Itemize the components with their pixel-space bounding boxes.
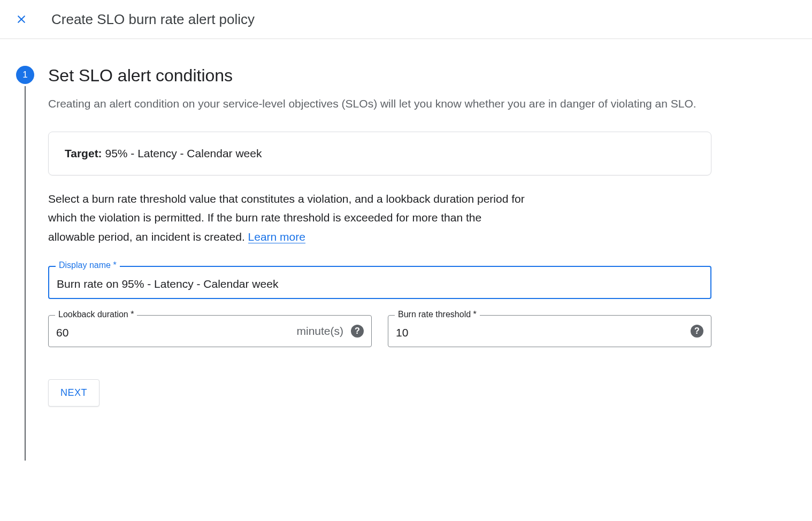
display-name-field-group: Display name * — [48, 266, 711, 299]
display-name-input[interactable] — [49, 267, 710, 298]
threshold-help-icon[interactable]: ? — [691, 325, 703, 338]
page-title: Create SLO burn rate alert policy — [51, 11, 255, 28]
lookback-label: Lookback duration * — [55, 310, 137, 319]
threshold-field-outline: Burn rate threshold * ? — [388, 315, 711, 347]
lookback-help-icon[interactable]: ? — [351, 325, 364, 338]
lookback-input[interactable] — [49, 316, 296, 347]
secondary-fields-row: Lookback duration * minute(s) ? Burn rat… — [48, 315, 711, 363]
display-name-field-outline: Display name * — [48, 266, 711, 299]
step-title: Set SLO alert conditions — [48, 66, 711, 86]
threshold-input[interactable] — [388, 316, 691, 347]
step-connector-line — [25, 86, 26, 461]
close-icon — [16, 14, 27, 25]
threshold-field-group: Burn rate threshold * ? — [388, 315, 711, 347]
step-container: 1 Set SLO alert conditions Creating an a… — [16, 66, 796, 461]
step-body: Set SLO alert conditions Creating an ale… — [48, 66, 711, 461]
content-area: 1 Set SLO alert conditions Creating an a… — [0, 39, 812, 487]
page-header: Create SLO burn rate alert policy — [0, 0, 812, 39]
target-card: Target: 95% - Latency - Calendar week — [48, 132, 711, 175]
step-indicator: 1 — [16, 66, 34, 461]
threshold-label: Burn rate threshold * — [395, 310, 480, 319]
lookback-unit: minute(s) — [296, 325, 343, 338]
learn-more-link[interactable]: Learn more — [248, 231, 305, 243]
display-name-label: Display name * — [56, 260, 120, 270]
step-description: Creating an alert condition on your serv… — [48, 95, 711, 112]
instruction-text: Select a burn rate threshold value that … — [48, 189, 530, 247]
lookback-input-wrap: minute(s) ? — [49, 316, 371, 347]
lookback-field-outline: Lookback duration * minute(s) ? — [48, 315, 372, 347]
close-button[interactable] — [13, 11, 30, 28]
lookback-field-group: Lookback duration * minute(s) ? — [48, 315, 372, 347]
step-number-badge: 1 — [16, 66, 34, 84]
threshold-input-wrap: ? — [388, 316, 711, 347]
target-label: Target: — [65, 147, 102, 159]
target-value: 95% - Latency - Calendar week — [102, 147, 262, 159]
next-button[interactable]: NEXT — [48, 379, 99, 407]
